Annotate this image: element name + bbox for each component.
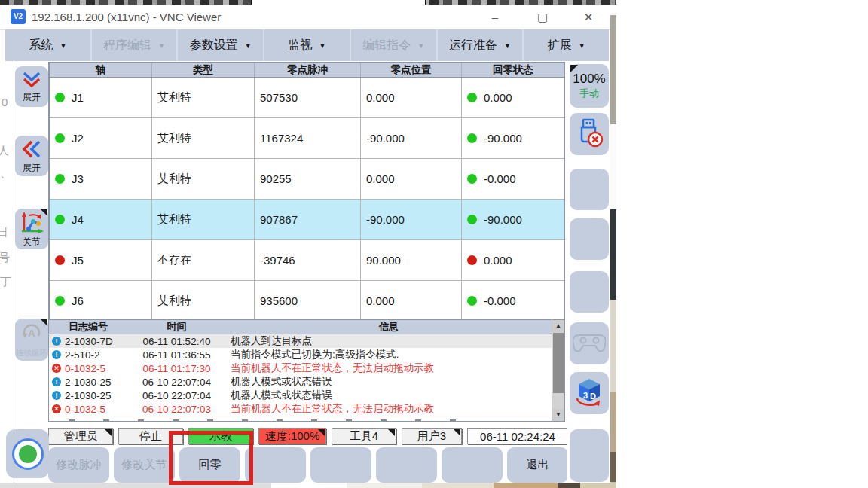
- blank-1-button[interactable]: [245, 447, 306, 483]
- photo-fragment: [610, 452, 616, 482]
- status-datetime[interactable]: 06-11 02:24:24: [467, 428, 568, 444]
- log-message: 当前指令模式已切换为:高级指令模式.: [226, 348, 552, 361]
- home-value: -90.000: [484, 132, 522, 145]
- axis-label: J6: [72, 294, 84, 307]
- menu-item-label: 系统: [29, 38, 53, 53]
- close-button[interactable]: ✕: [576, 8, 601, 27]
- column-header: 信息: [226, 320, 552, 334]
- blank-b-button[interactable]: [570, 218, 609, 260]
- log-row[interactable]: !2-1030-7D06-11 01:52:40机器人到达目标点: [49, 334, 552, 348]
- table-row[interactable]: J5不存在-3974690.0000.000: [50, 240, 564, 281]
- menu-item-5[interactable]: 编辑指令▼: [351, 29, 438, 61]
- column-header: 时间: [127, 320, 226, 334]
- expand-down-button[interactable]: 展开: [15, 66, 48, 107]
- log-id-cell: !2-510-2: [49, 349, 127, 361]
- record-button[interactable]: [6, 429, 49, 478]
- scroll-down-icon[interactable]: ▼: [552, 409, 564, 421]
- axis-table-header: 轴类型零点脉冲零点位置回零状态: [50, 63, 564, 78]
- speed-mode-button[interactable]: 100%手动: [570, 64, 609, 108]
- blank-a-button[interactable]: [570, 169, 609, 210]
- menu-item-1[interactable]: 系统▼: [5, 29, 92, 61]
- menu-item-label: 编辑指令: [362, 38, 411, 53]
- cell-axis: J4: [50, 200, 152, 239]
- table-row[interactable]: J2艾利特1167324-90.000-90.000: [50, 118, 564, 159]
- cell-type: 艾利特: [152, 78, 255, 117]
- blank-d-button[interactable]: [570, 429, 609, 482]
- log-time: 06-10 22:07:04: [127, 377, 226, 388]
- status-dot: [467, 255, 477, 265]
- cell-pulse: 935600: [255, 281, 361, 321]
- cell-type: 艾利特: [152, 159, 255, 199]
- axis-label: J2: [72, 132, 84, 145]
- status-user-frame[interactable]: 用户3: [402, 428, 462, 444]
- chevron-down-icon: ▼: [319, 42, 326, 50]
- vnc-titlebar[interactable]: V2 192.168.1.200 (x11vnc) - VNC Viewer –…: [0, 5, 616, 30]
- menu-item-2[interactable]: 程序编辑▼: [92, 29, 179, 61]
- exit-button[interactable]: 退出: [507, 447, 568, 483]
- status-run-state-label: 停止: [139, 429, 162, 444]
- chevron-down-icon: ▼: [579, 42, 585, 50]
- status-user-role[interactable]: 管理员: [48, 428, 113, 444]
- chevron-down-icon: ▼: [158, 42, 165, 50]
- modify-pulse-button[interactable]: 修改脉冲: [48, 447, 109, 483]
- button-label: 关节: [23, 237, 41, 247]
- table-row[interactable]: J6艾利特9356000.000-0.000: [50, 281, 564, 321]
- blank-2-button[interactable]: [310, 447, 371, 483]
- log-row[interactable]: ✕0-1032-506-11 01:17:30当前机器人不在正常状态，无法启动拖…: [49, 361, 552, 375]
- table-row[interactable]: J1艾利特5075300.0000.000: [50, 78, 564, 118]
- background-text-fragment: 号: [0, 251, 10, 265]
- status-speed[interactable]: 速度:100%: [258, 428, 326, 444]
- home-value: -0.000: [484, 294, 516, 307]
- minimize-button[interactable]: –: [482, 8, 508, 27]
- gamepad-button[interactable]: [570, 322, 609, 364]
- table-row[interactable]: J4艾利特907867-90.000-90.000: [50, 200, 564, 240]
- menu-item-label: 运行准备: [449, 38, 497, 53]
- continuous-loop-button[interactable]: A连续循环: [15, 319, 48, 361]
- speed-value: 100%: [573, 72, 605, 87]
- status-speed-label: 速度:100%: [265, 429, 320, 444]
- cell-axis: J6: [50, 281, 152, 321]
- log-scrollbar[interactable]: ▲ ▼: [552, 320, 564, 421]
- log-row[interactable]: !2-1030-2506-10 22:07:04机器人模式或状态错误: [49, 375, 552, 389]
- usb-button[interactable]: [570, 113, 609, 155]
- svg-text:A: A: [28, 328, 35, 339]
- cell-pulse: 1167324: [255, 118, 361, 158]
- status-tool[interactable]: 工具4: [332, 428, 396, 444]
- modify-joint-button[interactable]: 修改关节: [114, 447, 175, 483]
- menu-item-label: 程序编辑: [103, 38, 151, 53]
- cell-position: 0.000: [361, 159, 462, 199]
- log-row[interactable]: ✕0-1032-506-10 22:07:03当前机器人不在正常状态，无法启动拖…: [49, 402, 552, 416]
- blank-4-button[interactable]: [442, 447, 503, 483]
- log-id: 2-1030-25: [65, 390, 112, 401]
- menu-item-7[interactable]: 扩展▼: [524, 29, 609, 61]
- blank-3-button[interactable]: [376, 447, 437, 483]
- photo-fragment: [580, 483, 616, 488]
- menu-item-3[interactable]: 参数设置▼: [178, 29, 264, 61]
- column-header: 轴: [50, 63, 152, 77]
- log-row[interactable]: !2-510-206-11 01:36:55当前指令模式已切换为:高级指令模式.: [49, 348, 552, 361]
- record-icon-core: [19, 445, 37, 463]
- chevron-down-icon: ▼: [245, 42, 252, 50]
- gamepad-icon: [573, 329, 606, 358]
- home-value: -0.000: [484, 172, 516, 185]
- menu-item-4[interactable]: 监视▼: [264, 29, 351, 61]
- expand-left-button[interactable]: 展开: [15, 136, 48, 176]
- view-3d-button[interactable]: 3D: [570, 372, 609, 414]
- log-table-body: !2-1030-7D06-11 01:52:40机器人到达目标点!2-510-2…: [49, 334, 564, 416]
- blank-c-button[interactable]: [570, 271, 609, 313]
- usb-error-icon: [574, 117, 604, 151]
- menu-item-6[interactable]: 运行准备▼: [438, 29, 524, 61]
- status-dot: [55, 296, 65, 306]
- scroll-up-icon[interactable]: ▲: [552, 320, 564, 332]
- home-value: 0.000: [484, 91, 512, 104]
- mode-label: 手动: [579, 87, 599, 100]
- button-label: 连续循环: [17, 348, 47, 358]
- cell-home-status: -0.000: [462, 281, 564, 321]
- maximize-button[interactable]: ▢: [530, 8, 555, 27]
- joint-button[interactable]: 关节: [15, 209, 48, 249]
- table-row[interactable]: J3艾利特902550.000-0.000: [50, 159, 564, 200]
- cell-position: -90.000: [361, 118, 462, 158]
- log-row[interactable]: !2-1030-2506-10 22:07:04机器人模式或状态错误: [49, 389, 552, 402]
- cell-type: 艾利特: [152, 281, 255, 321]
- scrollbar-thumb[interactable]: [553, 333, 564, 393]
